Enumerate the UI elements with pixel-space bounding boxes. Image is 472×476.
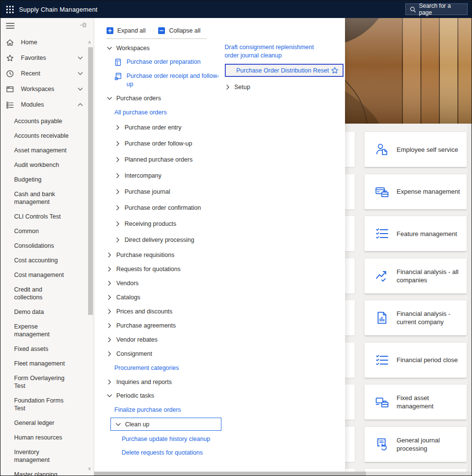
- tile-feature-management[interactable]: Feature management: [364, 216, 467, 251]
- sidebar-module-general-ledger[interactable]: General ledger: [0, 416, 83, 430]
- tree-node-receiving-products[interactable]: Receiving products: [107, 216, 225, 232]
- chevron-right-icon: [107, 294, 112, 300]
- tree-group-purchase-orders[interactable]: Purchase orders: [107, 92, 225, 105]
- tree-node-purchase-order-follow-up[interactable]: Purchase order follow-up: [107, 135, 225, 151]
- collapse-all-button[interactable]: Collapse all: [158, 27, 200, 34]
- sidebar-module-master-planning[interactable]: Master planning: [0, 467, 83, 476]
- sidebar-module-asset-management[interactable]: Asset management: [0, 143, 83, 158]
- page-search-box[interactable]: Search for a page: [405, 3, 468, 15]
- sidebar-item-recent[interactable]: Recent: [0, 66, 94, 81]
- tree-group-consignment[interactable]: Consignment: [107, 347, 225, 361]
- sidebar-item-label: Favorites: [21, 55, 77, 61]
- tile-fixed-asset-management[interactable]: Fixed asset management: [364, 384, 467, 420]
- tree-group-requests-for-quotations[interactable]: Requests for quotations: [107, 262, 225, 276]
- partial-tile[interactable]: [345, 174, 355, 209]
- tree-group-catalogs[interactable]: Catalogs: [107, 290, 225, 304]
- partial-tile[interactable]: [345, 216, 355, 251]
- expand-all-button[interactable]: Expand all: [107, 27, 145, 34]
- workspace-document-truck-icon: [114, 73, 122, 80]
- tile-financial-period-close[interactable]: Financial period close: [364, 343, 467, 378]
- sidebar-scroll-up-icon[interactable]: ∧: [87, 39, 92, 45]
- tree-group-workspaces[interactable]: Workspaces: [107, 41, 225, 55]
- tree-node-label: Receiving products: [125, 220, 176, 227]
- sidebar-module-fixed-assets[interactable]: Fixed assets: [0, 342, 83, 356]
- star-outline-icon[interactable]: [331, 67, 339, 74]
- sidebar-module-demo-data[interactable]: Demo data: [0, 305, 83, 319]
- sidebar-module-common[interactable]: Common: [0, 224, 83, 238]
- sidebar-module-fleet-management[interactable]: Fleet management: [0, 356, 83, 371]
- menu-link-procurement-categories[interactable]: Procurement categories: [107, 361, 225, 375]
- sidebar-module-credit-and-collections[interactable]: Credit and collections: [0, 282, 83, 305]
- app-launcher-waffle-icon[interactable]: [5, 4, 15, 14]
- dashboard-vertical-scrollbar[interactable]: [468, 124, 472, 476]
- tree-group-purchase-agreements[interactable]: Purchase agreements: [107, 318, 225, 332]
- sidebar-item-home[interactable]: Home: [0, 35, 94, 50]
- tree-node-purchase-order-confirmation[interactable]: Purchase order confirmation: [107, 200, 225, 216]
- hamburger-menu-icon[interactable]: [6, 22, 15, 30]
- partial-tile[interactable]: [345, 343, 355, 378]
- sidebar-scrollbar[interactable]: [88, 47, 93, 315]
- tile-expense-management[interactable]: Expense management: [364, 174, 467, 209]
- tree-node-direct-delivery-processing[interactable]: Direct delivery processing: [107, 232, 225, 248]
- sidebar-module-accounts-receivable[interactable]: Accounts receivable: [0, 128, 83, 143]
- sidebar-module-cash-and-bank-management[interactable]: Cash and bank management: [0, 187, 83, 209]
- partial-tile[interactable]: [345, 427, 355, 462]
- sidebar-module-accounts-payable[interactable]: Accounts payable: [0, 114, 83, 128]
- menu-link-all-purchase-orders[interactable]: All purchase orders: [107, 105, 225, 119]
- pin-icon[interactable]: [80, 22, 87, 28]
- tile-financial-analysis-all-companies[interactable]: Financial analysis - all companies: [364, 258, 467, 293]
- partial-tile[interactable]: [345, 132, 355, 167]
- tree-group-periodic-tasks[interactable]: Periodic tasks: [107, 389, 225, 403]
- tile-employee-self-service[interactable]: Employee self service: [364, 132, 467, 167]
- tree-node-label: Direct delivery processing: [125, 237, 194, 243]
- menu-tree-column-2: Draft consignment replenishment order jo…: [225, 41, 345, 459]
- chevron-down-icon: [107, 45, 112, 51]
- tree-group-setup[interactable]: Setup: [225, 80, 345, 94]
- sidebar-scroll-down-icon[interactable]: ∨: [87, 466, 92, 472]
- tree-group-clean-up-focused[interactable]: Clean up: [110, 418, 221, 431]
- tree-node-purchase-order-entry[interactable]: Purchase order entry: [107, 119, 225, 135]
- tree-group-purchase-requisitions[interactable]: Purchase requisitions: [107, 248, 225, 262]
- menu-link-purchase-update-history-cleanup[interactable]: Purchase update history cleanup: [107, 432, 225, 446]
- tree-node-label: Purchase order confirmation: [125, 204, 201, 211]
- partial-tile[interactable]: [345, 300, 355, 335]
- sidebar-module-form-overlayering-test[interactable]: Form Overlayering Test: [0, 371, 83, 393]
- sidebar-module-budgeting[interactable]: Budgeting: [0, 172, 83, 187]
- sidebar-module-inventory-management[interactable]: Inventory management: [0, 445, 83, 467]
- menu-link-purchase-order-distribution-reset-selected[interactable]: Purchase Order Distribution Reset: [225, 64, 344, 77]
- sidebar-module-expense-management[interactable]: Expense management: [0, 319, 83, 342]
- sidebar-module-cost-accounting[interactable]: Cost accounting: [0, 253, 83, 268]
- tile-general-journal-processing[interactable]: General journal processing: [364, 427, 467, 462]
- tree-node-purchase-journal[interactable]: Purchase journal: [107, 183, 225, 200]
- tree-group-vendor-rebates[interactable]: Vendor rebates: [107, 332, 225, 347]
- sidebar-module-human-resources[interactable]: Human resources: [0, 430, 83, 445]
- sidebar-module-foundation-forms-test[interactable]: Foundation Forms Test: [0, 393, 83, 416]
- partial-tile[interactable]: [345, 258, 355, 293]
- sidebar-item-modules[interactable]: Modules: [0, 97, 94, 112]
- menu-link-purchase-order-receipt-and-follow-up[interactable]: Purchase order receipt and follow-up: [107, 69, 225, 92]
- menu-link-purchase-order-preparation[interactable]: Purchase order preparation: [107, 55, 225, 69]
- horizontal-scrollbar-thumb[interactable]: [94, 472, 366, 476]
- sidebar-module-cost-management[interactable]: Cost management: [0, 268, 83, 282]
- tree-group-prices-and-discounts[interactable]: Prices and discounts: [107, 304, 225, 318]
- tree-node-intercompany[interactable]: Intercompany: [107, 167, 225, 183]
- partial-tile[interactable]: [345, 384, 355, 420]
- tree-group-vendors[interactable]: Vendors: [107, 276, 225, 290]
- tree-group-label: Purchase orders: [116, 95, 161, 102]
- menu-link-draft-consignment-replenishment-order-journal-cleanup[interactable]: Draft consignment replenishment order jo…: [225, 41, 345, 62]
- sidebar-module-audit-workbench[interactable]: Audit workbench: [0, 158, 83, 172]
- horizontal-scrollbar[interactable]: [94, 472, 472, 476]
- tree-node-planned-purchase-orders[interactable]: Planned purchase orders: [107, 151, 225, 167]
- sidebar-item-favorites[interactable]: Favorites: [0, 50, 94, 66]
- clock-icon: [6, 70, 14, 78]
- sidebar-module-consolidations[interactable]: Consolidations: [0, 238, 83, 253]
- tile-financial-analysis-current-company[interactable]: Financial analysis - current company: [364, 300, 467, 335]
- menu-link-label: Purchase order receipt and follow-up: [127, 72, 224, 89]
- sidebar-module-cli-controls-test[interactable]: CLI Controls Test: [0, 209, 83, 224]
- tree-group-inquiries-and-reports[interactable]: Inquiries and reports: [107, 375, 225, 389]
- menu-link-delete-requests-for-quotations[interactable]: Delete requests for quotations: [107, 446, 225, 459]
- menu-link-label: Purchase Order Distribution Reset: [236, 67, 331, 74]
- chevron-right-icon: [107, 351, 112, 357]
- menu-link-finalize-purchase-orders[interactable]: Finalize purchase orders: [107, 403, 225, 417]
- sidebar-item-workspaces[interactable]: Workspaces: [0, 81, 94, 97]
